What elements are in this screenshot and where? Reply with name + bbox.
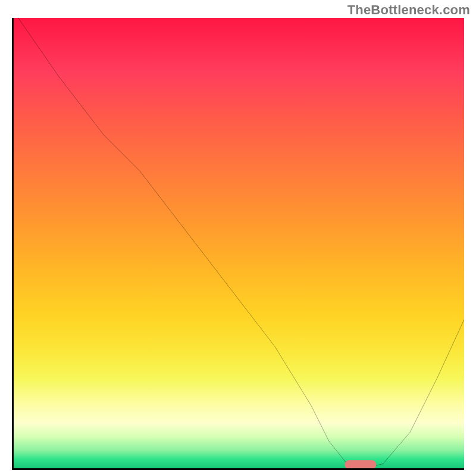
plot-area [12, 18, 464, 470]
watermark-text: TheBottleneck.com [347, 2, 470, 18]
optimal-marker-layer [14, 18, 464, 468]
chart-container: TheBottleneck.com [0, 0, 476, 476]
optimal-marker [345, 460, 376, 468]
